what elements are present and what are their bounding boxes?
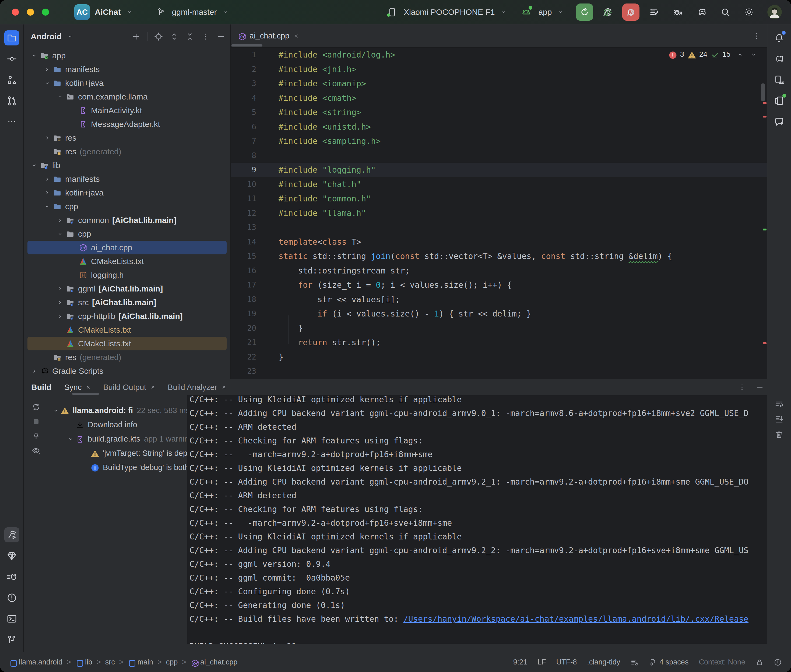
tree-item-messageadapter-kt[interactable]: MessageAdapter.kt bbox=[27, 117, 226, 131]
expand-all-button[interactable] bbox=[170, 32, 179, 41]
build-tab-build-output[interactable]: Build Output bbox=[103, 383, 156, 392]
tool-stripe-structure-button[interactable] bbox=[4, 72, 19, 87]
code-line-18[interactable]: 18 str << values[i]; bbox=[231, 292, 767, 307]
scroll-to-end-button[interactable] bbox=[774, 414, 784, 424]
hide-button[interactable] bbox=[217, 32, 226, 41]
tool-stripe-notifications-button[interactable] bbox=[772, 30, 787, 45]
build-tab-sync[interactable]: Sync bbox=[64, 383, 91, 392]
locate-button[interactable] bbox=[154, 32, 163, 41]
breadcrumb-main[interactable]: main bbox=[128, 658, 153, 666]
status-item-indent[interactable]: 4 spaces bbox=[649, 658, 688, 666]
code-line-21[interactable]: 21 return str.str(); bbox=[231, 335, 767, 350]
code-area[interactable]: 1#include <android/log.h>2#include <jni.… bbox=[231, 48, 767, 379]
soft-wrap-button[interactable] bbox=[774, 400, 784, 409]
error-stripe-mark[interactable] bbox=[763, 116, 767, 117]
build-tree-item[interactable]: 'jvmTarget: String' is deprec bbox=[48, 446, 187, 460]
code-line-17[interactable]: 17 for (size_t i = 0; i < values.size();… bbox=[231, 278, 767, 292]
add-button[interactable] bbox=[132, 32, 141, 41]
code-line-16[interactable]: 16 std::ostringstream str; bbox=[231, 264, 767, 278]
close-tab-icon[interactable] bbox=[85, 384, 91, 390]
chevron-right-icon[interactable] bbox=[43, 189, 53, 196]
editor-options-kebab-icon[interactable] bbox=[752, 32, 761, 41]
attach-debugger-button[interactable] bbox=[672, 7, 684, 18]
tree-item-cmakelists-txt[interactable]: CMakeLists.txt bbox=[27, 323, 226, 337]
tree-item-manifests[interactable]: manifests bbox=[27, 62, 226, 76]
tree-item-cmakelists-txt[interactable]: CMakeLists.txt bbox=[27, 337, 226, 350]
run-configuration-selector[interactable]: app bbox=[520, 6, 563, 18]
chevron-down-icon[interactable] bbox=[56, 93, 66, 100]
project-selector[interactable]: AiChat bbox=[90, 8, 133, 17]
collapse-all-button[interactable] bbox=[185, 32, 194, 41]
editor-tab-ai_chat[interactable]: C ai_chat.cpp bbox=[231, 24, 306, 47]
code-line-11[interactable]: 11#include "common.h" bbox=[231, 192, 767, 206]
build-tab-build-analyzer[interactable]: Build Analyzer bbox=[168, 383, 227, 392]
code-line-23[interactable]: 23 bbox=[231, 364, 767, 379]
hide-tool-window-icon[interactable] bbox=[756, 383, 764, 392]
status-item-clang-tidy[interactable]: .clang-tidy bbox=[587, 658, 620, 666]
chevron-down-icon[interactable] bbox=[30, 162, 40, 169]
code-line-15[interactable]: 15static std::string join(const std::vec… bbox=[231, 249, 767, 264]
tree-item-cpp[interactable]: cpp bbox=[27, 227, 226, 241]
pin-button[interactable] bbox=[31, 431, 41, 441]
code-line-14[interactable]: 14template<class T> bbox=[231, 235, 767, 249]
chevron-down-icon[interactable] bbox=[43, 80, 53, 86]
code-line-9[interactable]: 9#include "logging.h" bbox=[231, 163, 767, 177]
close-tab-icon[interactable] bbox=[150, 384, 156, 390]
close-window-button[interactable] bbox=[12, 9, 19, 16]
tool-stripe-gemini-button[interactable] bbox=[772, 114, 787, 130]
change-stripe-mark[interactable] bbox=[763, 229, 767, 230]
tool-stripe-problems-button[interactable] bbox=[4, 590, 19, 605]
tool-stripe-build-button[interactable] bbox=[4, 527, 19, 542]
status-item-highlighting-level[interactable] bbox=[774, 658, 782, 666]
tree-item-ggml[interactable]: ggml[AiChat.lib.main] bbox=[27, 282, 226, 296]
status-item-caret-position[interactable]: 9:21 bbox=[513, 658, 528, 666]
build-tree-item[interactable]: build.gradle.ktsapp 1 warning bbox=[48, 432, 187, 446]
tree-item-res[interactable]: res(generated) bbox=[27, 350, 226, 364]
tool-stripe-logcat-button[interactable] bbox=[4, 569, 19, 584]
code-line-10[interactable]: 10#include "chat.h" bbox=[231, 177, 767, 192]
tool-stripe-project-button[interactable] bbox=[4, 30, 19, 45]
code-line-2[interactable]: 2#include <jni.h> bbox=[231, 62, 767, 77]
minimize-window-button[interactable] bbox=[27, 9, 34, 16]
tree-item-res[interactable]: res(generated) bbox=[27, 145, 226, 158]
clear-button[interactable] bbox=[774, 430, 784, 439]
tool-stripe-commit-button[interactable] bbox=[4, 51, 19, 66]
tree-item-res[interactable]: res bbox=[27, 131, 226, 145]
chevron-right-icon[interactable] bbox=[43, 176, 53, 182]
build-tree-item[interactable]: llama.android: fi22 sec, 583 ms bbox=[48, 403, 187, 418]
chevron-right-icon[interactable] bbox=[30, 368, 40, 374]
project-view-selector[interactable]: Android bbox=[30, 32, 74, 41]
tree-item-src[interactable]: src[AiChat.lib.main] bbox=[27, 296, 226, 309]
breadcrumb-ai-chat-cpp[interactable]: Cai_chat.cpp bbox=[191, 658, 237, 666]
tool-stripe-running-devices-button[interactable] bbox=[772, 93, 787, 108]
code-line-8[interactable]: 8 bbox=[231, 149, 767, 163]
code-line-12[interactable]: 12#include "llama.h" bbox=[231, 206, 767, 221]
rerun-button[interactable] bbox=[576, 3, 593, 21]
device-selector[interactable]: Xiaomi POCOPHONE F1 bbox=[387, 7, 507, 17]
tree-item-kotlin-java[interactable]: kotlin+java bbox=[27, 76, 226, 90]
tree-item-manifests[interactable]: manifests bbox=[27, 172, 226, 186]
chevron-down-icon[interactable] bbox=[30, 52, 40, 59]
stop-filled-button[interactable] bbox=[31, 417, 41, 427]
code-line-3[interactable]: 3#include <iomanip> bbox=[231, 76, 767, 91]
code-line-7[interactable]: 7#include <sampling.h> bbox=[231, 134, 767, 149]
user-avatar[interactable] bbox=[767, 5, 782, 19]
code-line-20[interactable]: 20 } bbox=[231, 321, 767, 336]
inspections-widget[interactable]: 3 24 15 bbox=[668, 50, 757, 59]
preview-eye-button[interactable] bbox=[31, 446, 41, 456]
build-tree-item[interactable]: BuildType 'debug' is both de bbox=[48, 460, 187, 475]
tree-item-com-example-llama[interactable]: com.example.llama bbox=[27, 90, 226, 104]
chevron-right-icon[interactable] bbox=[56, 299, 66, 306]
chevron-right-icon[interactable] bbox=[56, 217, 66, 224]
breadcrumb-src[interactable]: src bbox=[105, 658, 115, 666]
sync-gradle-button[interactable] bbox=[696, 7, 707, 18]
tool-stripe-device-manager-button[interactable] bbox=[772, 72, 787, 87]
status-item-code-style[interactable] bbox=[631, 658, 639, 666]
breadcrumb-lib[interactable]: lib bbox=[75, 658, 92, 666]
code-line-13[interactable]: 13 bbox=[231, 220, 767, 235]
tree-item-app[interactable]: app bbox=[27, 49, 226, 62]
settings-button[interactable] bbox=[744, 7, 754, 18]
code-line-6[interactable]: 6#include <unistd.h> bbox=[231, 120, 767, 134]
chevron-right-icon[interactable] bbox=[43, 66, 53, 73]
tool-stripe-more-horizontal-button[interactable] bbox=[4, 114, 19, 130]
